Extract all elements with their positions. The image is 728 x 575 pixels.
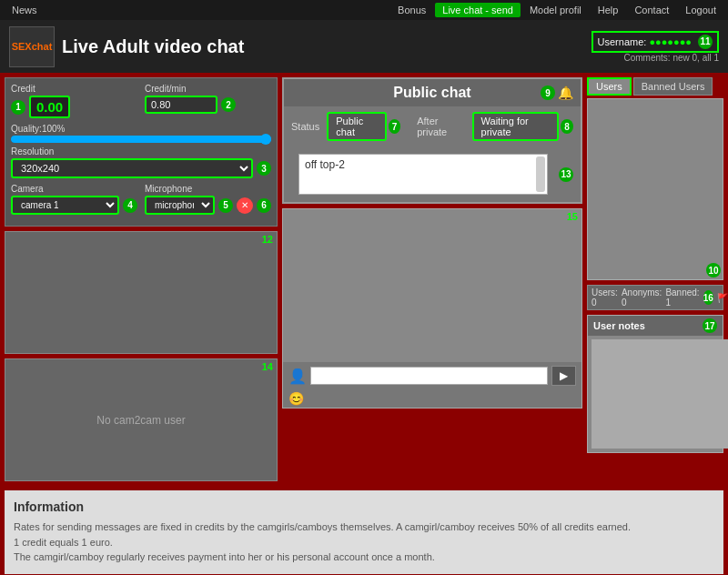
number-12: 12 [262,234,273,245]
chat-box: Public chat 🔔 9 Status Public chat 7 Aft… [282,77,582,204]
resolution-label: Resolution [11,146,271,156]
off-top-value: off top-2 [305,158,345,171]
tab-users[interactable]: Users [587,77,632,96]
username-value: ●●●●●●● [649,35,692,46]
tab-banned-users[interactable]: Banned Users [633,77,713,96]
public-chat-title: Public chat [393,85,470,100]
comments-text: Comments: new 0, all 1 [592,53,719,63]
username-box: Username: ●●●●●●● 11 [592,31,719,53]
ctrl-row-camera-mic: Camera camera 1 4 Microphone microphone … [11,184,271,215]
cam2cam-area: No cam2cam user 14 [5,358,278,481]
after-value: Waiting for private [472,112,560,141]
number-4: 4 [123,198,137,213]
number-17: 17 [703,318,717,333]
header-user-info: Username: ●●●●●●● 11 Comments: new 0, al… [592,31,719,63]
status-label: Status [291,121,319,132]
logo-image: SEXchat [9,26,55,67]
info-line3: The camgirl/camboy regularly receives pa… [14,550,714,565]
left-panel: Credit 1 0.00 Credit/min 2 Quality:100% [5,77,278,481]
username-label: Username: [598,35,647,46]
number-11: 11 [698,35,713,49]
credit-min-label: Credit/min [145,84,271,94]
credit-min-input[interactable] [145,96,217,114]
number-7: 7 [389,119,401,134]
info-line1: Rates for sending messages are fixed in … [14,520,714,535]
right-panel: Users Banned Users 10 Users: 0 Anonyms: … [587,77,723,481]
number-1: 1 [11,100,25,115]
number-9: 9 [541,86,555,100]
microphone-select[interactable]: microphone 1 [145,196,215,215]
info-section: Information Rates for sending messages a… [5,490,723,574]
camera-label: Camera [11,184,137,194]
number-16: 16 [703,290,713,305]
ctrl-row-resolution: Resolution 320x240 3 [11,146,271,178]
number-2: 2 [221,97,236,112]
banned-count: Banned: 1 [665,288,699,308]
mic-mute-button[interactable]: ✕ [237,197,253,214]
chat-send-button[interactable]: ▶ [551,366,576,386]
camera-area: 12 [5,231,278,354]
credit-min-group: Credit/min 2 [145,84,271,118]
number-3: 3 [257,161,271,176]
flag-icon: 🚩 [717,293,728,303]
user-notes-title: User notes [593,320,645,331]
credit-label: Credit [11,84,137,94]
off-top-input[interactable]: off top-2 [298,154,548,195]
users-tabs: Users Banned Users [587,77,723,96]
info-line2: 1 credit equals 1 euro. [14,535,714,550]
chat-emoji-icon[interactable]: 😊 [288,391,304,406]
microphone-group: Microphone microphone 1 5 ✕ 6 [145,184,271,215]
nav-live-chat[interactable]: Live chat - send [435,3,521,17]
users-footer: Users: 0 Anonyms: 0 Banned: 1 16 🚩 [587,285,723,310]
number-10: 10 [706,263,721,277]
camera-select[interactable]: camera 1 [11,196,119,215]
anon-count: Anonyms: 0 [622,288,662,308]
no-cam2cam-text: No cam2cam user [96,414,185,427]
chat-message-input[interactable] [310,367,548,385]
nav-help[interactable]: Help [591,3,626,17]
top-nav: News Bonus Live chat - send Model profil… [0,0,728,20]
header: SEXchat Live Adult video chat Username: … [0,20,728,73]
users-count: Users: 0 [592,288,618,308]
chat-user-icon: 👤 [288,368,307,385]
user-notes-textarea[interactable] [592,339,728,449]
nav-bonus[interactable]: Bonus [390,3,433,17]
number-5: 5 [218,198,233,213]
microphone-label: Microphone [145,184,271,194]
camera-group: Camera camera 1 4 [11,184,137,215]
nav-contact[interactable]: Contact [627,3,676,17]
info-title: Information [14,499,714,514]
credit-group: Credit 1 0.00 [11,84,137,118]
site-title: Live Adult video chat [62,36,244,57]
video-chat-area: 15 👤 ▶ 😊 [282,208,582,409]
quality-thumb[interactable] [260,134,271,145]
ctrl-row-credit: Credit 1 0.00 Credit/min 2 [11,84,271,118]
after-label: After private [417,116,464,137]
users-list: 10 [587,98,723,280]
chat-header: Public chat 🔔 9 [284,79,581,106]
status-row: Status Public chat 7 After private Waiti… [284,106,581,146]
quality-bar-group: Quality:100% [11,124,271,143]
status-value: Public chat [327,112,387,141]
bell-icon[interactable]: 🔔 [558,86,573,100]
number-6: 6 [257,198,271,213]
nav-news[interactable]: News [5,3,45,17]
nav-model-profil[interactable]: Model profil [522,3,589,17]
number-8: 8 [561,119,573,134]
nav-logout[interactable]: Logout [678,3,723,17]
scrollbar[interactable] [536,156,545,192]
resolution-select[interactable]: 320x240 [11,158,253,178]
number-13: 13 [559,167,573,182]
controls-box: Credit 1 0.00 Credit/min 2 Quality:100% [5,77,278,227]
user-notes-header: User notes 17 [588,316,723,336]
resolution-group: Resolution 320x240 3 [11,146,271,178]
number-14: 14 [262,361,273,372]
user-notes-box: User notes 17 [587,315,723,453]
credit-value: 0.00 [29,96,70,118]
number-15: 15 [567,211,578,222]
mic-row: microphone 1 5 ✕ 6 [145,196,271,215]
quality-track[interactable] [11,136,271,143]
logo: SEXchat Live Adult video chat [9,26,244,67]
main-content: Credit 1 0.00 Credit/min 2 Quality:100% [0,73,728,486]
center-panel: Public chat 🔔 9 Status Public chat 7 Aft… [282,77,582,481]
